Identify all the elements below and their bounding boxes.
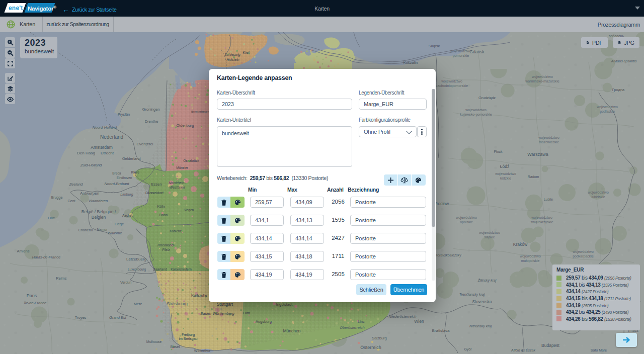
- svg-text:Strasbourg: Strasbourg: [167, 301, 188, 306]
- svg-text:województwo: województwo: [596, 105, 618, 109]
- svg-text:Overijssel: Overijssel: [137, 142, 153, 146]
- svg-text:Antwerpen: Antwerpen: [80, 191, 99, 196]
- svg-text:Augsburg: Augsburg: [256, 319, 272, 324]
- svg-text:województwo: województwo: [450, 49, 471, 53]
- svg-text:Grudziądz: Grudziądz: [478, 96, 496, 100]
- svg-text:Trenčiansky kraj: Trenčiansky kraj: [459, 293, 485, 297]
- svg-text:Salzburg: Salzburg: [372, 336, 387, 340]
- svg-text:Kraków: Kraków: [513, 242, 528, 247]
- svg-text:Stuttgart: Stuttgart: [217, 302, 233, 307]
- svg-text:Österreich: Österreich: [360, 345, 381, 350]
- svg-text:województwo: województwo: [531, 75, 553, 79]
- svg-text:Warszawa: Warszawa: [527, 152, 548, 157]
- svg-text:Niederösterreich: Niederösterreich: [388, 314, 416, 319]
- svg-text:śląskie: śląskie: [484, 235, 495, 239]
- svg-text:Aachen: Aachen: [122, 214, 133, 217]
- svg-text:Hauts-de-France: Hauts-de-France: [32, 255, 60, 259]
- svg-text:België / Belgique /: België / Belgique /: [82, 209, 116, 214]
- svg-text:województwo: województwo: [478, 231, 500, 235]
- svg-text:Bratislava: Bratislava: [432, 328, 450, 333]
- svg-text:Rheinland-: Rheinland-: [157, 243, 175, 247]
- svg-text:Limburg: Limburg: [120, 193, 133, 197]
- svg-text:Kiel: Kiel: [243, 50, 250, 55]
- svg-text:województwo: województwo: [531, 216, 552, 220]
- svg-text:Amsterdam: Amsterdam: [91, 145, 112, 150]
- svg-text:warmińsko-mazurskie: warmińsko-mazurskie: [525, 79, 559, 83]
- svg-text:Luxembourg: Luxembourg: [128, 268, 146, 272]
- svg-text:Mulhouse: Mulhouse: [146, 340, 162, 343]
- svg-text:Žilinský kraj: Žilinský kraj: [477, 278, 497, 283]
- svg-text:opolskie: opolskie: [460, 220, 473, 224]
- svg-text:Gent: Gent: [67, 199, 75, 203]
- svg-text:Bremerhaven: Bremerhaven: [191, 110, 209, 113]
- svg-text:Radom: Radom: [528, 175, 539, 179]
- svg-text:Linz: Linz: [358, 319, 365, 324]
- svg-text:Kleve: Kleve: [131, 170, 140, 174]
- svg-text:Essen: Essen: [151, 182, 162, 187]
- svg-text:Grand Est: Grand Est: [109, 315, 127, 320]
- svg-text:mazowieckie: mazowieckie: [539, 140, 559, 144]
- svg-text:Den Haag: Den Haag: [77, 151, 95, 155]
- svg-text:zachodniopomorskie: zachodniopomorskie: [436, 84, 468, 88]
- svg-text:Płock: Płock: [494, 150, 503, 153]
- svg-text:Noord-Holland: Noord-Holland: [93, 125, 117, 130]
- svg-text:Alytaus apskritis: Alytaus apskritis: [611, 59, 637, 63]
- svg-text:Saarland: Saarland: [153, 268, 167, 271]
- svg-text:Wallonie: Wallonie: [108, 231, 122, 235]
- svg-text:Köln: Köln: [157, 204, 165, 209]
- svg-text:Wien: Wien: [414, 319, 424, 324]
- svg-text:Baden-Württemberg: Baden-Württemberg: [200, 311, 234, 316]
- svg-text:województwo: województwo: [572, 250, 594, 254]
- svg-text:Fryslân: Fryslân: [118, 112, 130, 117]
- svg-text:Zuid-Holland: Zuid-Holland: [80, 163, 102, 167]
- svg-text:lubelskie: lubelskie: [591, 195, 605, 199]
- svg-text:Île-de-France: Île-de-France: [24, 301, 47, 305]
- svg-text:Groningen: Groningen: [142, 107, 159, 112]
- svg-text:Charleroi: Charleroi: [78, 228, 93, 232]
- svg-text:Basel: Basel: [171, 344, 180, 349]
- svg-text:podlaskie: podlaskie: [600, 110, 615, 114]
- svg-text:Siegen: Siegen: [184, 208, 194, 212]
- svg-text:Gdańsk: Gdańsk: [469, 49, 485, 54]
- svg-text:Winterthur: Winterthur: [194, 349, 211, 352]
- svg-text:Nordrhein-: Nordrhein-: [169, 181, 186, 185]
- svg-text:Breda: Breda: [112, 171, 121, 175]
- svg-text:Budapest: Budapest: [541, 343, 560, 348]
- svg-text:Slovensko: Slovensko: [472, 299, 492, 304]
- svg-text:kujawsko-pomorskie: kujawsko-pomorskie: [460, 113, 492, 117]
- svg-text:Brugge: Brugge: [51, 196, 63, 200]
- svg-text:Münster: Münster: [176, 166, 188, 169]
- svg-text:województwo: województwo: [495, 172, 516, 176]
- svg-text:Osnabrück: Osnabrück: [183, 159, 199, 162]
- svg-text:Schleswig-: Schleswig-: [224, 53, 242, 57]
- svg-text:Eindhoven: Eindhoven: [117, 176, 132, 180]
- svg-text:Ulm: Ulm: [243, 311, 250, 315]
- svg-text:Lille: Lille: [48, 216, 55, 220]
- svg-text:Koblenz: Koblenz: [170, 229, 182, 233]
- svg-text:Noord-Brabant: Noord-Brabant: [104, 182, 129, 186]
- svg-text:im Breisgau: im Breisgau: [179, 337, 198, 341]
- svg-text:Karlsruhe: Karlsruhe: [191, 293, 207, 298]
- svg-text:Nitriansky kraj: Nitriansky kraj: [469, 324, 492, 328]
- svg-text:Bonn: Bonn: [159, 213, 168, 217]
- svg-text:Holstein: Holstein: [226, 58, 239, 61]
- svg-text:Belgien: Belgien: [92, 215, 106, 220]
- svg-text:Ingolstadt: Ingolstadt: [276, 302, 293, 307]
- svg-text:Nederland: Nederland: [100, 134, 123, 140]
- svg-text:małopolskie: małopolskie: [521, 259, 540, 263]
- svg-text:pomorskie: pomorskie: [453, 54, 469, 58]
- svg-text:Düsseldorf: Düsseldorf: [145, 191, 164, 195]
- svg-text:Freiburg: Freiburg: [182, 333, 195, 337]
- svg-text:Gelderland: Gelderland: [122, 156, 141, 161]
- svg-text:województwo: województwo: [538, 136, 559, 140]
- svg-text:województwo: województwo: [441, 79, 462, 83]
- svg-text:Гродна: Гродна: [612, 87, 625, 92]
- svg-text:podkarpackie: podkarpackie: [573, 254, 594, 258]
- svg-text:Paris: Paris: [27, 293, 37, 298]
- svg-text:Lublin: Lublin: [544, 198, 553, 201]
- svg-text:województwo: województwo: [455, 216, 477, 220]
- svg-text:Utrecht: Utrecht: [101, 151, 114, 155]
- svg-text:Vlaanderen: Vlaanderen: [89, 199, 108, 203]
- svg-text:Słupsk: Słupsk: [429, 44, 440, 48]
- svg-text:Metz: Metz: [134, 302, 142, 306]
